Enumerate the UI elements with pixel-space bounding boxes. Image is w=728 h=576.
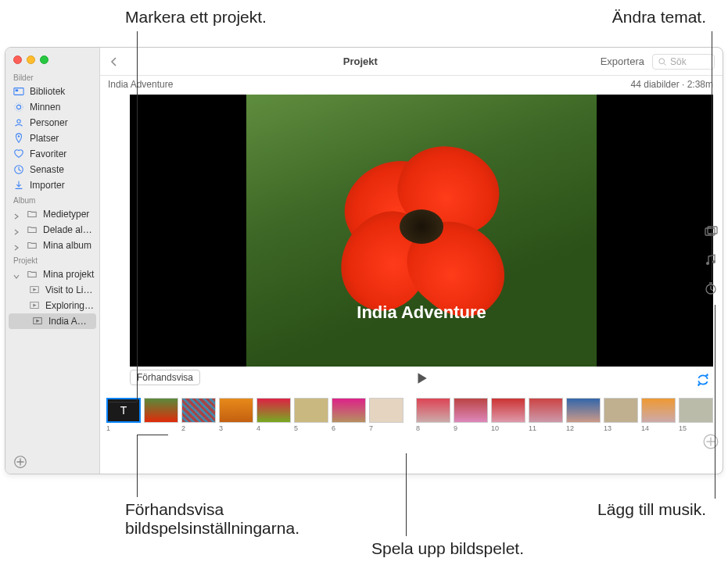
callout-line [137, 435, 168, 435]
callout-line [137, 31, 138, 402]
sidebar-item-label: Mina projekt [43, 269, 95, 280]
list-item[interactable]: 14 [641, 398, 676, 432]
clock-icon [13, 164, 24, 175]
list-item[interactable]: 4 [256, 398, 291, 432]
add-slide-button[interactable] [702, 433, 719, 450]
list-item[interactable]: 5 [294, 398, 328, 432]
list-item[interactable]: 13 [604, 398, 638, 432]
sidebar-item-label: Minnen [30, 102, 95, 113]
callout-line [137, 435, 138, 497]
thumbnail[interactable] [294, 398, 328, 423]
thumbnail[interactable] [219, 398, 253, 423]
thumbnail[interactable] [566, 398, 601, 423]
thumbnail[interactable] [679, 398, 713, 423]
sidebar-item-mina-projekt[interactable]: Mina projekt [5, 267, 99, 282]
thumbnail[interactable] [491, 398, 525, 423]
sidebar-item-importer[interactable]: Importer [5, 177, 99, 193]
duration-button[interactable] [702, 280, 719, 297]
thumbnail[interactable] [604, 398, 638, 423]
music-button[interactable] [702, 252, 719, 269]
sidebar-heading-projekt: Projekt [5, 253, 99, 267]
sidebar-item-label: Senaste [30, 164, 95, 175]
list-item[interactable]: 11 [529, 398, 563, 432]
window-traffic-lights[interactable] [5, 51, 99, 70]
sidebar-item-medietyper[interactable]: Medietyper [5, 206, 99, 222]
thumb-number: 12 [566, 424, 601, 432]
back-chevron-icon[interactable] [108, 55, 120, 68]
thumbnail[interactable] [529, 398, 563, 423]
sidebar-item-senaste[interactable]: Senaste [5, 162, 99, 177]
sidebar-item-label: India Adventure [48, 316, 91, 327]
thumbnail[interactable] [144, 398, 178, 423]
sidebar-item-exploring[interactable]: Exploring Mor… [5, 298, 99, 313]
callout-play-slideshow: Spela upp bildspelet. [371, 539, 524, 558]
svg-point-3 [15, 103, 23, 112]
pin-icon [13, 133, 24, 144]
sidebar-heading-bilder: Bilder [5, 70, 99, 84]
sidebar-item-mina-album[interactable]: Mina album [5, 238, 99, 253]
callout-preview-settings: Förhandsvisa bildspelsinställningarna. [125, 500, 299, 538]
list-item[interactable]: 10 [491, 398, 525, 432]
slideshow-preview: India Adventure [130, 95, 713, 367]
list-item[interactable]: 15 [679, 398, 713, 432]
play-button[interactable] [414, 371, 429, 388]
preview-button[interactable]: Förhandsvisa [130, 370, 200, 385]
search-icon [658, 57, 667, 66]
thumbnail[interactable] [416, 398, 450, 423]
thumbnail[interactable] [454, 398, 488, 423]
svg-rect-1 [16, 89, 19, 91]
list-item[interactable]: T1 [106, 398, 141, 432]
list-item[interactable]: 3 [219, 398, 253, 432]
sidebar-item-visit-to-lisbon[interactable]: Visit to Lisbon [5, 282, 99, 298]
sidebar: Bilder Bibliotek Minnen Personer Platser… [5, 48, 100, 474]
svg-point-4 [17, 120, 20, 123]
add-button[interactable] [13, 455, 27, 469]
folder-icon [27, 269, 38, 280]
sidebar-item-india-adventure[interactable]: India Adventure [9, 313, 96, 329]
page-title: Projekt [120, 55, 601, 67]
sidebar-item-label: Platser [30, 133, 95, 144]
list-item[interactable]: 2 [181, 398, 216, 432]
sidebar-item-label: Personer [30, 117, 95, 128]
search-input[interactable]: Sök [652, 54, 715, 70]
slideshow-icon [32, 316, 43, 327]
thumb-number: 10 [491, 424, 525, 432]
sidebar-item-delade-album[interactable]: Delade album [5, 222, 99, 238]
list-item[interactable]: 8 [416, 398, 450, 432]
thumbnail[interactable] [256, 398, 291, 423]
theme-button[interactable] [702, 224, 719, 241]
export-button[interactable]: Exportera [601, 55, 644, 67]
list-item[interactable]: 7 [369, 398, 403, 432]
list-item[interactable]: 9 [454, 398, 488, 432]
sidebar-item-personer[interactable]: Personer [5, 115, 99, 131]
thumbnail[interactable] [332, 398, 366, 423]
download-icon [13, 180, 24, 191]
playback-controls: Förhandsvisa [130, 370, 713, 393]
callout-preview-settings-l1: Förhandsvisa [125, 500, 299, 519]
sidebar-item-label: Visit to Lisbon [45, 284, 95, 295]
list-item[interactable]: 6 [332, 398, 366, 432]
minimize-icon[interactable] [27, 55, 35, 64]
thumbnail[interactable] [641, 398, 676, 423]
sidebar-item-label: Exploring Mor… [45, 300, 95, 311]
sidebar-item-label: Bibliotek [30, 86, 95, 97]
sidebar-item-bibliotek[interactable]: Bibliotek [5, 84, 99, 99]
loop-button[interactable] [696, 373, 710, 390]
thumbnail[interactable] [181, 398, 216, 423]
sidebar-item-platser[interactable]: Platser [5, 131, 99, 146]
sidebar-item-favoriter[interactable]: Favoriter [5, 146, 99, 162]
slideshow-icon [29, 300, 40, 311]
sidebar-item-minnen[interactable]: Minnen [5, 99, 99, 115]
thumbnail[interactable] [369, 398, 403, 423]
thumb-number: 8 [416, 424, 450, 432]
filmstrip[interactable]: T1 2 3 4 5 6 7 8 9 10 11 12 13 14 15 [100, 393, 723, 440]
callout-add-music: Lägg till musik. [597, 500, 706, 519]
fullscreen-icon[interactable] [40, 55, 48, 64]
close-icon[interactable] [13, 55, 22, 64]
callout-line [715, 305, 715, 499]
toolbar: Projekt Exportera Sök [100, 48, 723, 76]
list-item[interactable] [144, 398, 178, 432]
list-item[interactable]: 12 [566, 398, 601, 432]
callout-line [109, 402, 137, 402]
folder-icon [27, 224, 38, 235]
